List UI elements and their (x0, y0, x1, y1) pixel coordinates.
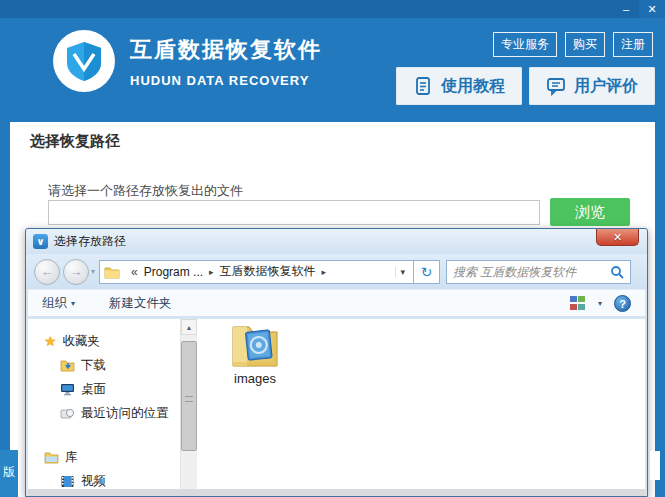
review-button-label: 用户评价 (574, 76, 638, 97)
star-icon: ★ (44, 333, 57, 349)
videos-icon (60, 475, 75, 488)
breadcrumb-folder-icon (104, 265, 120, 279)
sidebar-item-libraries[interactable]: 库 (28, 445, 180, 469)
sidebar-item-label: 下载 (81, 357, 106, 374)
navigation-pane: ★ 收藏夹 下载 桌面 (28, 319, 180, 489)
app-title: 互盾数据恢复软件 (130, 35, 322, 65)
image-folder-icon (229, 323, 281, 369)
address-bar[interactable]: « Program ... ▸ 互盾数据恢复软件 ▸ ▾ (99, 260, 414, 284)
search-box[interactable] (446, 260, 631, 284)
header-nav-links: 专业服务 购买 注册 (493, 32, 653, 57)
sidebar-item-label: 视频 (81, 473, 106, 490)
downloads-folder-icon (60, 359, 75, 372)
window-titlebar: – ✕ (0, 0, 665, 18)
sidebar-item-recent-places[interactable]: 最近访问的位置 (28, 401, 180, 425)
organize-label: 组织 (42, 295, 67, 312)
dialog-body: ★ 收藏夹 下载 桌面 (28, 319, 645, 489)
dialog-title: 选择存放路径 (54, 233, 126, 250)
dialog-app-icon: ∨ (33, 234, 48, 249)
sidebar-item-desktop[interactable]: 桌面 (28, 377, 180, 401)
dialog-navigation-bar: ← → ▾ « Program ... ▸ 互盾数据恢复软件 ▸ ▾ ↻ (26, 254, 647, 289)
back-button[interactable]: ← (34, 259, 60, 285)
nav-link-service[interactable]: 专业服务 (493, 32, 557, 57)
recent-places-icon (60, 407, 75, 420)
scrollbar-grip (185, 396, 193, 402)
sidebar-item-favorites[interactable]: ★ 收藏夹 (28, 329, 180, 353)
new-folder-label: 新建文件夹 (109, 295, 172, 312)
app-header: 互盾数据恢复软件 HUDUN DATA RECOVERY 专业服务 购买 注册 … (0, 18, 665, 122)
dialog-close-button[interactable]: ✕ (596, 229, 639, 246)
path-hint-label: 请选择一个路径存放恢复出的文件 (48, 182, 243, 200)
version-side-tab: 版 (0, 450, 18, 497)
header-action-buttons: 使用教程 用户评价 (396, 67, 655, 105)
scroll-up-icon[interactable]: ▲ (181, 319, 197, 335)
breadcrumb-segment-program[interactable]: Program ... (144, 265, 203, 279)
sidebar-item-label: 收藏夹 (63, 333, 101, 350)
sidebar-item-label: 库 (65, 449, 78, 466)
file-list-pane[interactable]: images (197, 319, 645, 489)
dialog-bottom-strip (28, 489, 645, 496)
new-folder-button[interactable]: 新建文件夹 (109, 295, 172, 312)
side-notch (650, 451, 660, 480)
desktop-icon (60, 383, 75, 396)
breadcrumb-segment-hudun[interactable]: 互盾数据恢复软件 (220, 263, 316, 280)
dialog-toolbar: 组织 ▾ 新建文件夹 ▾ ? (28, 289, 645, 317)
scrollbar-thumb[interactable] (181, 341, 197, 451)
toolbar-right-group: ▾ ? (570, 295, 631, 312)
sidebar-item-label: 桌面 (81, 381, 106, 398)
search-icon (610, 265, 624, 279)
minimize-button[interactable]: – (613, 0, 639, 18)
views-dropdown-icon[interactable]: ▾ (598, 299, 602, 308)
organize-menu[interactable]: 组织 ▾ (42, 295, 75, 312)
app-logo (53, 30, 115, 92)
close-button[interactable]: ✕ (639, 0, 665, 18)
review-chat-icon (546, 76, 566, 96)
refresh-button[interactable]: ↻ (414, 260, 440, 284)
help-icon[interactable]: ? (614, 295, 631, 312)
history-dropdown-icon[interactable]: ▾ (91, 267, 95, 276)
breadcrumb-overflow-chevron[interactable]: « (131, 265, 138, 279)
folder-name-label: images (219, 371, 291, 386)
tutorial-button[interactable]: 使用教程 (396, 67, 522, 105)
tutorial-document-icon (413, 76, 433, 96)
sidebar-item-videos[interactable]: 视频 (28, 469, 180, 489)
libraries-folder-icon (44, 451, 59, 464)
brand-block: 互盾数据恢复软件 HUDUN DATA RECOVERY (130, 35, 322, 88)
select-path-dialog: ∨ 选择存放路径 ✕ ← → ▾ « Program ... ▸ 互盾数据恢复软… (25, 228, 648, 497)
forward-button[interactable]: → (63, 259, 89, 285)
sidebar-item-label: 最近访问的位置 (81, 405, 169, 422)
folder-item-images[interactable]: images (219, 323, 291, 386)
recovery-path-input[interactable] (48, 200, 540, 225)
browse-button[interactable]: 浏览 (550, 198, 630, 226)
tutorial-button-label: 使用教程 (441, 76, 505, 97)
app-subtitle: HUDUN DATA RECOVERY (130, 73, 322, 88)
sidebar-scrollbar[interactable]: ▲ (180, 319, 197, 489)
nav-link-register[interactable]: 注册 (613, 32, 653, 57)
chevron-down-icon: ▾ (71, 299, 75, 308)
main-window: – ✕ 互盾数据恢复软件 HUDUN DATA RECOVERY 专业服务 购买… (0, 0, 665, 497)
page-title: 选择恢复路径 (30, 132, 120, 151)
sidebar-item-downloads[interactable]: 下载 (28, 353, 180, 377)
dialog-titlebar[interactable]: ∨ 选择存放路径 ✕ (26, 229, 647, 254)
breadcrumb-separator-icon[interactable]: ▸ (322, 267, 327, 277)
nav-link-buy[interactable]: 购买 (565, 32, 605, 57)
search-input[interactable] (453, 265, 610, 279)
review-button[interactable]: 用户评价 (529, 67, 655, 105)
shield-logo-icon (62, 39, 106, 83)
breadcrumb-separator-icon[interactable]: ▸ (209, 267, 214, 277)
address-dropdown-icon[interactable]: ▾ (395, 267, 409, 277)
change-view-icon[interactable] (570, 296, 586, 310)
